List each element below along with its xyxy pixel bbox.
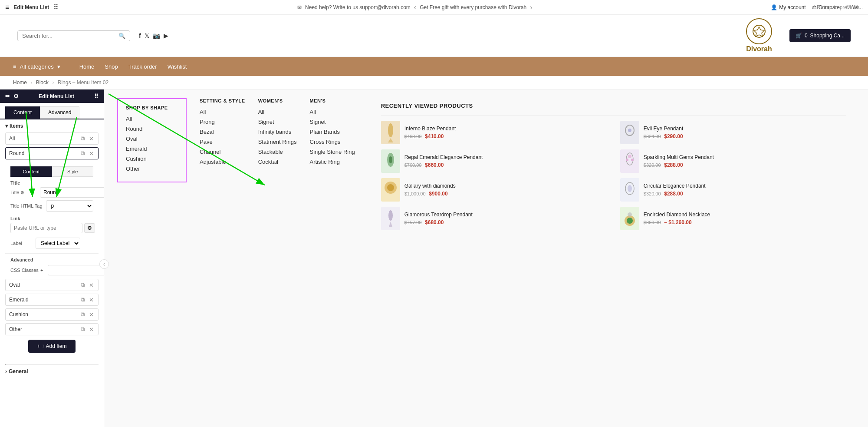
add-item-button[interactable]: + + Add Item xyxy=(28,340,75,353)
list-item[interactable]: Cross Rings xyxy=(310,139,355,145)
rv-item-8[interactable]: Encircled Diamond Necklace $860.00 – $1,… xyxy=(620,207,846,230)
breadcrumb-home[interactable]: Home xyxy=(13,79,27,86)
twitter-icon[interactable]: 𝕏 xyxy=(145,32,149,39)
list-item[interactable]: Signet xyxy=(310,119,355,125)
list-item[interactable]: All xyxy=(126,116,178,122)
search-bar[interactable]: 🔍 xyxy=(17,30,130,41)
shop-by-shape-items: All Round Oval Emerald Cushion Other xyxy=(126,116,178,172)
cart-button[interactable]: 🛒 0 Shopping Ca... xyxy=(789,29,851,42)
next-btn[interactable]: › xyxy=(530,3,532,11)
list-item[interactable]: Channel xyxy=(200,149,245,155)
sub-tab-style[interactable]: Style xyxy=(52,166,94,177)
list-item[interactable]: Bezal xyxy=(200,129,245,135)
rv-item-6[interactable]: Circular Elegance Pendant $320.00 $288.0… xyxy=(620,178,846,202)
nav-track-order[interactable]: Track order xyxy=(128,63,157,70)
delete-cushion-btn[interactable]: ✕ xyxy=(88,311,95,318)
list-item[interactable]: Pave xyxy=(200,139,245,145)
menu-item-round[interactable]: Round ⧉ ✕ xyxy=(5,147,99,159)
return-btn[interactable]: Return to previous xyxy=(817,4,859,10)
sub-tab-content[interactable]: Content xyxy=(10,166,52,177)
title-input[interactable] xyxy=(40,187,112,198)
list-item[interactable]: Other xyxy=(126,166,178,172)
list-item[interactable]: Cushion xyxy=(126,156,178,162)
rv-item-5[interactable]: Gallary with diamonds $1,000.00 $900.00 xyxy=(381,178,607,202)
copy-other-btn[interactable]: ⧉ xyxy=(80,326,85,333)
rv-name-2: Evil Eye Pendant xyxy=(644,126,683,132)
nav-home[interactable]: Home xyxy=(79,63,95,70)
label-select[interactable]: Select Label xyxy=(36,238,80,249)
rv-price-old-6: $320.00 xyxy=(644,191,661,196)
rv-name-3: Regal Emerald Elegance Pendant xyxy=(404,154,483,160)
shop-by-shape-box: SHOP BY SHAPE All Round Oval Emerald Cus… xyxy=(117,98,187,182)
copy-emerald-btn[interactable]: ⧉ xyxy=(80,296,85,303)
general-label[interactable]: › General xyxy=(5,368,99,374)
delete-all-btn[interactable]: ✕ xyxy=(88,135,95,142)
delete-emerald-btn[interactable]: ✕ xyxy=(88,296,95,303)
title-html-tag-select[interactable]: p h1 h2 h3 span xyxy=(46,200,93,212)
list-item[interactable]: Artistic Ring xyxy=(310,159,355,165)
list-item[interactable]: Oval xyxy=(126,136,178,142)
list-item[interactable]: Prong xyxy=(200,119,245,125)
grid-icon[interactable]: ⠿ xyxy=(53,3,59,11)
tab-style[interactable]: Advanced xyxy=(40,106,79,119)
menu-item-all[interactable]: All ⧉ ✕ xyxy=(5,132,99,145)
copy-round-btn[interactable]: ⧉ xyxy=(80,150,85,157)
list-item[interactable]: Infinity bands xyxy=(258,129,297,135)
items-label[interactable]: ▾ Items xyxy=(5,123,99,129)
rv-item-1[interactable]: Inferno Blaze Pendant $463.00 $410.00 xyxy=(381,121,607,144)
list-item[interactable]: Adjustable xyxy=(200,159,245,165)
link-input[interactable] xyxy=(10,223,82,233)
copy-oval-btn[interactable]: ⧉ xyxy=(80,281,85,288)
breadcrumb-current: Rings – Menu Item 02 xyxy=(58,79,108,86)
list-item[interactable]: All xyxy=(310,109,355,115)
prev-btn[interactable]: ‹ xyxy=(414,3,416,11)
search-input[interactable] xyxy=(22,33,116,39)
link-gear-btn[interactable]: ⚙ xyxy=(84,223,95,233)
delete-round-btn[interactable]: ✕ xyxy=(88,150,95,157)
menu-item-emerald-label: Emerald xyxy=(9,297,80,303)
rv-price-new-2: $290.00 xyxy=(664,133,683,139)
list-item[interactable]: Plain Bands xyxy=(310,129,355,135)
nav-wishlist[interactable]: Wishlist xyxy=(168,63,187,70)
rv-item-2[interactable]: Evil Eye Pendant $324.00 $290.00 xyxy=(620,121,846,144)
tab-content[interactable]: Content xyxy=(5,106,40,119)
copy-cushion-btn[interactable]: ⧉ xyxy=(80,311,85,318)
my-account[interactable]: 👤 My account xyxy=(771,4,806,10)
nav-shop[interactable]: Shop xyxy=(105,63,118,70)
menu-item-cushion-actions: ⧉ ✕ xyxy=(80,311,95,318)
facebook-icon[interactable]: f xyxy=(139,32,141,39)
list-item[interactable]: All xyxy=(200,109,245,115)
delete-oval-btn[interactable]: ✕ xyxy=(88,281,95,288)
list-item[interactable]: All xyxy=(258,109,297,115)
list-item[interactable]: Emerald xyxy=(126,146,178,152)
list-item[interactable]: Round xyxy=(126,126,178,132)
rv-item-7[interactable]: Glamorous Teardrop Pendant $757.00 $680.… xyxy=(381,207,607,230)
panel-grid-icon[interactable]: ⠿ xyxy=(94,93,99,99)
womens-items: All Signet Infinity bands Statment Rings… xyxy=(258,109,297,165)
delete-other-btn[interactable]: ✕ xyxy=(88,326,95,333)
list-item[interactable]: Signet xyxy=(258,119,297,125)
list-item[interactable]: Single Stone Ring xyxy=(310,149,355,155)
support-icon: ✉ xyxy=(297,4,302,10)
hamburger-icon[interactable]: ≡ xyxy=(5,3,9,11)
panel-header-icons: ✏ ⚙ xyxy=(5,93,19,99)
youtube-icon[interactable]: ▶ xyxy=(164,32,168,39)
breadcrumb-block[interactable]: Block xyxy=(36,79,49,86)
menu-item-other[interactable]: Other ⧉ ✕ xyxy=(5,323,99,335)
panel-settings-icon[interactable]: ⚙ xyxy=(13,93,19,99)
panel-pencil-icon[interactable]: ✏ xyxy=(5,93,10,99)
collapse-panel-btn[interactable]: ‹ xyxy=(99,259,109,269)
items-chevron: ▾ xyxy=(5,123,8,129)
menu-item-oval[interactable]: Oval ⧉ ✕ xyxy=(5,279,99,291)
rv-item-3[interactable]: Regal Emerald Elegance Pendant $760.00 $… xyxy=(381,149,607,173)
list-item[interactable]: Stackable xyxy=(258,149,297,155)
menu-item-cushion[interactable]: Cushion ⧉ ✕ xyxy=(5,308,99,321)
copy-all-btn[interactable]: ⧉ xyxy=(80,135,85,142)
menu-item-emerald[interactable]: Emerald ⧉ ✕ xyxy=(5,294,99,306)
list-item[interactable]: Cocktail xyxy=(258,159,297,165)
all-categories[interactable]: ≡ All categories ▾ xyxy=(13,63,60,70)
rv-item-4[interactable]: Sparkling Multi Gems Pendant $320.00 $28… xyxy=(620,149,846,173)
rv-thumb-8 xyxy=(620,207,639,230)
instagram-icon[interactable]: 📷 xyxy=(153,32,160,39)
list-item[interactable]: Statment Rings xyxy=(258,139,297,145)
